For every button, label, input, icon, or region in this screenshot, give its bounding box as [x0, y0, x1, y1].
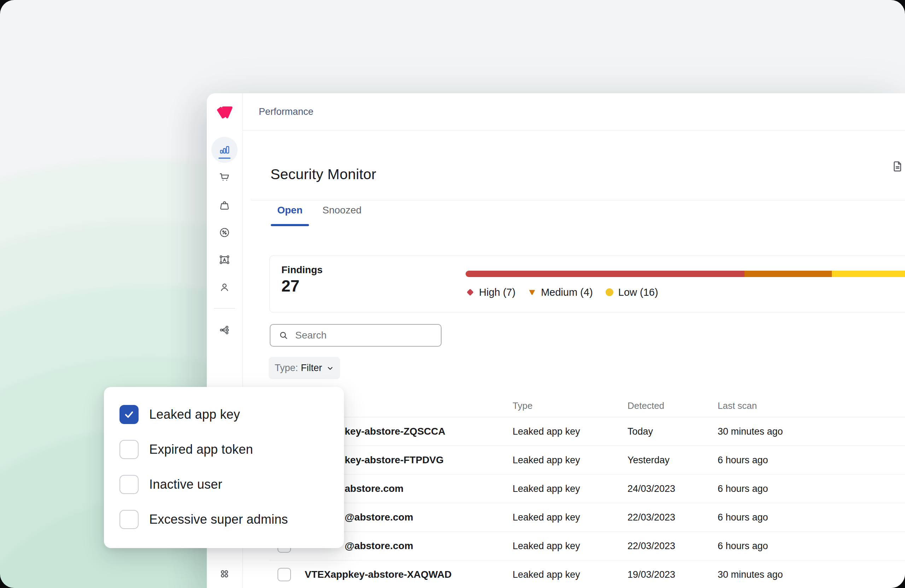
findings-table: Type Detected Last scan key-abstore-ZQSC…	[269, 395, 905, 588]
type-filter-prefix: Type:	[275, 363, 298, 374]
search-icon	[278, 330, 289, 341]
dropdown-option[interactable]: Leaked app key	[119, 397, 344, 432]
sidebar-item-promotions[interactable]	[219, 227, 230, 239]
table-row[interactable]: key-abstore-ZQSCCA Leaked app key Today …	[269, 417, 905, 446]
option-label: Excessive super admins	[149, 512, 288, 527]
row-checkbox[interactable]	[278, 568, 291, 581]
dropdown-option[interactable]: Inactive user	[119, 467, 344, 502]
row-type: Leaked app key	[513, 455, 580, 466]
percent-badge-icon	[219, 227, 230, 239]
findings-card: Findings 27 High (7) Medium (	[269, 255, 905, 312]
legend-item-medium: Medium (4)	[527, 287, 593, 298]
sidebar-item-catalog[interactable]	[219, 199, 230, 211]
legend-item-low: Low (16)	[605, 287, 658, 298]
legend-label-low: Low (16)	[618, 287, 658, 298]
severity-bar	[465, 271, 905, 277]
row-name: key-abstore-FTPDVG	[345, 455, 444, 466]
severity-legend: High (7) Medium (4) Low (16)	[465, 285, 658, 300]
row-last-scan: 6 hours ago	[718, 483, 768, 494]
severity-bar-high	[465, 271, 745, 277]
dropdown-option[interactable]: Expired app token	[119, 432, 344, 467]
sidebar-item-customers[interactable]	[219, 281, 230, 293]
sidebar-item-orders[interactable]	[219, 171, 230, 183]
row-detected: Yesterday	[627, 455, 670, 466]
tab-open-label: Open	[277, 204, 303, 216]
tab-open[interactable]: Open	[271, 203, 309, 217]
row-type: Leaked app key	[513, 540, 580, 552]
column-header-detected: Detected	[627, 400, 664, 411]
row-name: abstore.com	[345, 483, 404, 494]
row-last-scan: 6 hours ago	[718, 512, 768, 523]
sidebar-item-storefront[interactable]	[219, 254, 230, 266]
cart-icon	[219, 171, 230, 183]
row-name: key-abstore-ZQSCCA	[345, 426, 445, 437]
table-row[interactable]: abstore.com Leaked app key 24/03/2023 6 …	[269, 475, 905, 503]
option-checkbox[interactable]	[119, 510, 138, 529]
table-row[interactable]: VTEXappkey-abstore-XAQWAD Leaked app key…	[269, 560, 905, 588]
check-icon	[123, 409, 135, 420]
column-header-type: Type	[513, 400, 532, 411]
row-last-scan: 6 hours ago	[718, 455, 768, 466]
row-detected: 19/03/2023	[627, 569, 675, 580]
topbar: Performance	[243, 93, 905, 130]
option-checkbox[interactable]	[119, 405, 138, 424]
table-row[interactable]: key-abstore-FTPDVG Leaked app key Yester…	[269, 446, 905, 475]
findings-label: Findings	[281, 264, 323, 276]
frame-a-icon	[219, 254, 230, 266]
row-name: @abstore.com	[345, 512, 413, 523]
row-type: Leaked app key	[513, 426, 580, 437]
row-detected: 22/03/2023	[627, 540, 675, 552]
row-detected: Today	[627, 426, 653, 437]
bar-chart-icon	[219, 144, 230, 156]
tab-snoozed[interactable]: Snoozed	[322, 203, 362, 217]
page-title: Security Monitor	[270, 166, 376, 183]
shopping-bag-icon	[219, 199, 230, 211]
table-row[interactable]: @abstore.com Leaked app key 22/03/2023 6…	[269, 503, 905, 532]
row-type: Leaked app key	[513, 512, 580, 523]
chevron-down-icon	[326, 365, 334, 372]
option-label: Inactive user	[149, 477, 222, 492]
row-last-scan: 6 hours ago	[718, 540, 768, 552]
triangle-down-icon	[527, 288, 537, 297]
table-body: key-abstore-ZQSCCA Leaked app key Today …	[269, 417, 905, 588]
document-icon[interactable]	[891, 160, 904, 173]
table-row[interactable]: @abstore.com Leaked app key 22/03/2023 6…	[269, 532, 905, 560]
sidebar-item-integrations[interactable]	[219, 324, 230, 336]
option-label: Expired app token	[149, 442, 253, 457]
diamond-icon	[465, 288, 475, 297]
legend-label-high: High (7)	[479, 287, 515, 298]
apps-grid-icon	[219, 568, 230, 580]
type-filter-button[interactable]: Type: Filter	[269, 357, 340, 379]
vtex-logo-icon[interactable]	[216, 104, 233, 120]
findings-count: 27	[281, 276, 299, 295]
search-input[interactable]	[294, 329, 430, 341]
network-icon	[219, 324, 230, 336]
option-checkbox[interactable]	[119, 440, 138, 459]
option-checkbox[interactable]	[119, 475, 138, 494]
circle-icon	[605, 288, 614, 297]
search-box[interactable]	[270, 324, 441, 347]
background-canvas: Performance Security Monitor Open Snooze…	[0, 0, 905, 588]
sidebar-divider	[214, 308, 235, 309]
active-item-underline	[219, 158, 230, 158]
sidebar-item-analytics[interactable]	[219, 144, 230, 156]
row-last-scan: 30 minutes ago	[718, 569, 783, 580]
row-name: VTEXappkey-abstore-XAQWAD	[305, 569, 451, 580]
legend-item-high: High (7)	[465, 287, 515, 298]
row-detected: 22/03/2023	[627, 512, 675, 523]
severity-bar-low	[832, 271, 905, 277]
column-header-last-scan: Last scan	[718, 400, 757, 411]
legend-label-medium: Medium (4)	[541, 287, 593, 298]
tab-bar: Open Snoozed	[271, 203, 362, 217]
tab-active-underline	[271, 224, 309, 226]
sidebar-item-apps[interactable]	[219, 568, 230, 580]
dropdown-option[interactable]: Excessive super admins	[119, 502, 344, 537]
tab-snoozed-label: Snoozed	[322, 204, 362, 216]
option-label: Leaked app key	[149, 407, 240, 422]
breadcrumb[interactable]: Performance	[259, 93, 314, 130]
user-icon	[219, 281, 230, 293]
table-header: Type Detected Last scan	[269, 395, 905, 417]
row-type: Leaked app key	[513, 483, 580, 494]
severity-bar-medium	[745, 271, 832, 277]
type-filter-dropdown: Leaked app key Expired app token Inactiv	[104, 387, 344, 548]
